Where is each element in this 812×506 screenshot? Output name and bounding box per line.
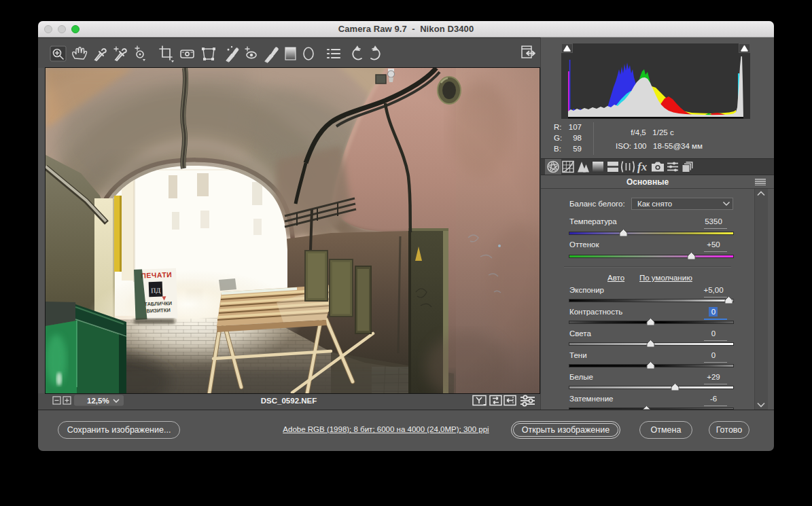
svg-text:fx: fx [637,160,648,173]
svg-text:12,5%: 12,5% [87,397,109,405]
svg-text:DSC_0592.NEF: DSC_0592.NEF [261,397,317,405]
